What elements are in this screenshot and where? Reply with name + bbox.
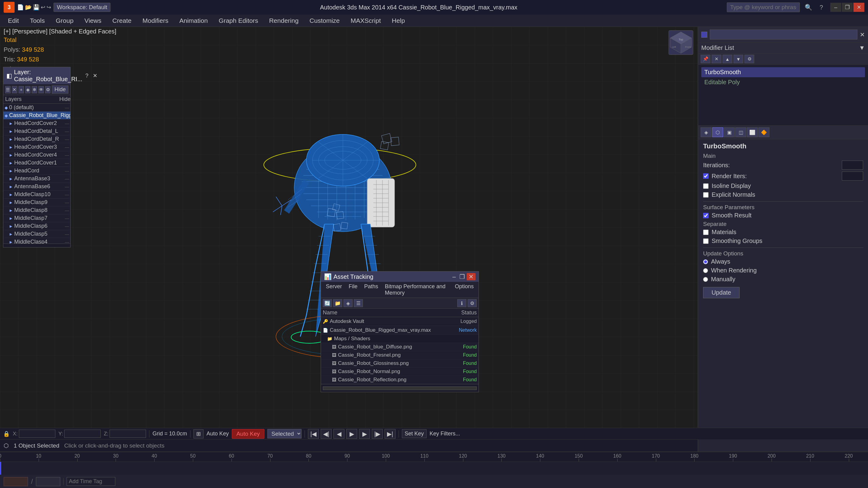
menu-item-modifiers[interactable]: Modifiers bbox=[137, 15, 173, 26]
snap-button[interactable]: ⊞ bbox=[193, 429, 204, 438]
layers-delete-button[interactable]: ✕ bbox=[12, 86, 17, 93]
at-settings-button[interactable]: ⚙ bbox=[468, 299, 477, 307]
goto-start-button[interactable]: |◀ bbox=[308, 429, 319, 439]
layer-item[interactable]: ► MiddleClasp7 — bbox=[3, 214, 70, 222]
selected-dropdown[interactable]: Selected bbox=[268, 429, 302, 438]
help-button[interactable]: ? bbox=[817, 3, 826, 12]
open-icon[interactable]: 📂 bbox=[25, 4, 32, 11]
layer-item[interactable]: ► MiddleClasp9 — bbox=[3, 199, 70, 206]
timeline[interactable]: 0102030405060708090100110120130140150160… bbox=[0, 452, 868, 488]
layer-item[interactable]: ► HeadCordCover2 — bbox=[3, 120, 70, 127]
redo-icon[interactable]: ↪ bbox=[46, 4, 51, 11]
workspace-button[interactable]: Workspace: Default bbox=[54, 3, 111, 12]
mod-move-up-button[interactable]: ▲ bbox=[722, 55, 732, 63]
nav-cube[interactable]: Top Left Front bbox=[667, 29, 694, 56]
modifier-name-input[interactable]: ShelHip_1 bbox=[710, 30, 857, 39]
mod-delete-button[interactable]: ✕ bbox=[712, 55, 721, 63]
layers-close-button[interactable]: ✕ bbox=[92, 72, 99, 79]
at-highlight-button[interactable]: ☰ bbox=[354, 299, 363, 307]
rp-icon-6[interactable]: 🔶 bbox=[758, 127, 769, 137]
right-panel-close-button[interactable]: ✕ bbox=[860, 31, 865, 38]
layers-hide-toggle[interactable]: Hide bbox=[52, 86, 68, 94]
search-button[interactable]: 🔍 bbox=[802, 2, 815, 12]
layer-item[interactable]: ► MiddleClasp8 — bbox=[3, 206, 70, 214]
ts-render-checkbox[interactable] bbox=[703, 173, 709, 179]
ts-materials-checkbox[interactable] bbox=[703, 230, 709, 235]
z-input[interactable]: 0.0cm bbox=[110, 430, 146, 438]
ts-when-rendering-radio[interactable] bbox=[703, 268, 708, 273]
layers-list[interactable]: ◆ 0 (default) — ◆ Cassie_Robot_Blue_Rigg… bbox=[3, 104, 70, 243]
layers-hide-all-button[interactable]: 👁 bbox=[38, 86, 44, 93]
rp-icon-5[interactable]: ⬜ bbox=[747, 127, 758, 137]
modifier-stack-item[interactable]: TurboSmooth bbox=[701, 67, 865, 77]
menu-item-edit[interactable]: Edit bbox=[3, 15, 24, 26]
goto-end-button[interactable]: ▶| bbox=[384, 429, 396, 439]
at-info-button[interactable]: ℹ bbox=[457, 299, 466, 307]
ts-update-button[interactable]: Update bbox=[703, 287, 740, 298]
layer-item[interactable]: ► HeadCord — bbox=[3, 167, 70, 175]
at-menu-item-file[interactable]: File bbox=[346, 283, 361, 297]
at-list[interactable]: 🔑 Autodesk Vault Logged 📄 Cassie_Robot_B… bbox=[321, 317, 478, 384]
at-list-item[interactable]: 🖼 Cassie_Robot_Glossiness.png Found bbox=[321, 359, 478, 367]
at-list-item[interactable]: 🖼 Cassie_Robot_Reflection.png Found bbox=[321, 376, 478, 384]
prev-frame-button[interactable]: ◀ bbox=[334, 429, 344, 439]
menu-item-views[interactable]: Views bbox=[80, 15, 106, 26]
rp-icon-4[interactable]: ◫ bbox=[735, 127, 746, 137]
at-list-item[interactable]: 🖼 Cassie_Robot_Fresnel.png Found bbox=[321, 351, 478, 359]
at-menu-item-options[interactable]: Options bbox=[452, 283, 477, 297]
at-menu-item-server[interactable]: Server bbox=[323, 283, 345, 297]
save-icon[interactable]: 💾 bbox=[33, 4, 39, 11]
mod-configure-button[interactable]: ⚙ bbox=[744, 55, 754, 63]
ts-render-iters-input[interactable]: 2 bbox=[842, 171, 863, 181]
ts-manually-radio[interactable] bbox=[703, 277, 708, 282]
ts-isoline-checkbox[interactable] bbox=[703, 183, 709, 189]
menu-item-graph-editors[interactable]: Graph Editors bbox=[214, 15, 263, 26]
layers-add-button[interactable]: + bbox=[19, 86, 24, 93]
layer-item[interactable]: ► MiddleClasp4 — bbox=[3, 238, 70, 243]
layers-help-button[interactable]: ? bbox=[84, 73, 90, 79]
mod-pin-button[interactable]: 📌 bbox=[701, 55, 710, 63]
modifier-stack[interactable]: TurboSmoothEditable Poly bbox=[698, 65, 868, 126]
menu-item-help[interactable]: Help bbox=[387, 15, 410, 26]
total-frames-input[interactable]: 225 bbox=[36, 477, 60, 486]
y-input[interactable]: 9.533cm bbox=[64, 430, 101, 438]
layer-item[interactable]: ► MiddleClasp6 — bbox=[3, 222, 70, 230]
animate-button[interactable]: Auto Key bbox=[232, 429, 265, 439]
layer-item[interactable]: ► MiddleClasp5 — bbox=[3, 230, 70, 238]
menu-item-maxscript[interactable]: MAXScript bbox=[346, 15, 386, 26]
at-list-item[interactable]: 📄 Cassie_Robot_Blue_Rigged_max_vray.max … bbox=[321, 326, 478, 335]
coord-lock-icon[interactable]: 🔒 bbox=[3, 430, 10, 437]
layer-item[interactable]: ◆ 0 (default) — bbox=[3, 104, 70, 111]
next-frame-button[interactable]: ▶ bbox=[359, 429, 370, 439]
menu-item-customize[interactable]: Customize bbox=[305, 15, 344, 26]
at-refresh-button[interactable]: 🔄 bbox=[323, 299, 332, 307]
layer-item[interactable]: ► HeadCordDetal_R — bbox=[3, 135, 70, 143]
menu-item-create[interactable]: Create bbox=[107, 15, 136, 26]
modifier-stack-item[interactable]: Editable Poly bbox=[701, 77, 865, 87]
ts-always-radio[interactable] bbox=[703, 259, 708, 264]
menu-item-tools[interactable]: Tools bbox=[25, 15, 50, 26]
layer-item[interactable]: ► AntennaBase3 — bbox=[3, 175, 70, 183]
rp-icon-1[interactable]: ◈ bbox=[701, 127, 712, 137]
add-time-tag-input[interactable] bbox=[67, 477, 115, 486]
ts-explicit-checkbox[interactable] bbox=[703, 192, 709, 198]
ts-smoothing-checkbox[interactable] bbox=[703, 238, 709, 244]
layers-select-button[interactable]: ◈ bbox=[25, 86, 31, 93]
at-paths-button[interactable]: 📁 bbox=[333, 299, 342, 307]
close-button[interactable]: ✕ bbox=[854, 3, 864, 12]
at-restore-button[interactable]: ❐ bbox=[458, 273, 467, 280]
next-key-button[interactable]: |▶ bbox=[372, 429, 383, 439]
at-list-item[interactable]: 🖼 Cassie_Robot_Normal.png Found bbox=[321, 367, 478, 376]
new-icon[interactable]: 📄 bbox=[17, 4, 24, 11]
x-input[interactable]: 08.366cm bbox=[19, 430, 55, 438]
menu-item-rendering[interactable]: Rendering bbox=[264, 15, 303, 26]
timeline-track[interactable] bbox=[0, 462, 868, 475]
current-frame-input[interactable]: 0 bbox=[4, 477, 28, 486]
rp-icon-2[interactable]: ⬡ bbox=[712, 127, 723, 137]
layer-item[interactable]: ► AntennaBase6 — bbox=[3, 183, 70, 191]
layer-item[interactable]: ► HeadCordCover4 — bbox=[3, 151, 70, 159]
prev-key-button[interactable]: ◀| bbox=[321, 429, 332, 439]
layer-item[interactable]: ◆ Cassie_Robot_Blue_Rigged — bbox=[3, 111, 70, 120]
ts-iterations-input[interactable]: 0 bbox=[842, 161, 863, 170]
layers-scrollbar[interactable] bbox=[3, 243, 70, 247]
